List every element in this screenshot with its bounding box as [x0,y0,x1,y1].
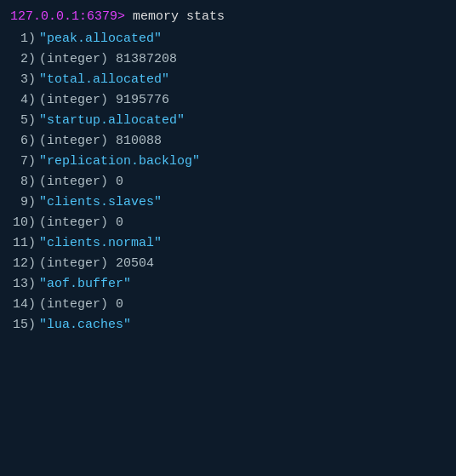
output-line: 11)"clients.normal" [10,233,446,254]
terminal-window: 127.0.0.1:6379> memory stats 1)"peak.all… [0,0,456,476]
prompt-host: 127.0.0.1:6379> [10,7,133,27]
line-string-value: "aof.buffer" [39,274,131,295]
output-line: 1)"peak.allocated" [10,29,446,49]
line-string-value: "startup.allocated" [39,111,185,131]
output-line: 3)"total.allocated" [10,70,446,90]
line-number: 3) [12,70,36,90]
line-number: 13) [12,274,36,295]
line-string-value: "clients.slaves" [39,192,162,213]
line-integer-value: (integer) 0 [39,172,123,192]
output-line: 5)"startup.allocated" [10,111,446,131]
line-integer-value: (integer) 20504 [39,254,154,274]
line-string-value: "clients.normal" [39,233,162,254]
output-line: 4)(integer) 9195776 [10,90,446,111]
output-line: 12)(integer) 20504 [10,254,446,274]
line-string-value: "lua.caches" [39,315,131,335]
line-number: 9) [12,192,36,213]
line-number: 4) [12,90,36,111]
line-integer-value: (integer) 9195776 [39,90,169,111]
prompt-line: 127.0.0.1:6379> memory stats [10,7,446,27]
prompt-command: memory stats [133,7,225,27]
output-line: 10)(integer) 0 [10,213,446,233]
line-integer-value: (integer) 0 [39,295,123,315]
line-number: 15) [12,315,36,335]
line-number: 8) [12,172,36,192]
line-integer-value: (integer) 810088 [39,131,162,152]
line-number: 12) [12,254,36,274]
output-line: 13)"aof.buffer" [10,274,446,295]
line-integer-value: (integer) 81387208 [39,49,177,70]
line-number: 2) [12,49,36,70]
line-number: 10) [12,213,36,233]
line-number: 1) [12,29,36,49]
output-line: 2)(integer) 81387208 [10,49,446,70]
line-string-value: "replication.backlog" [39,152,200,172]
output-line: 6)(integer) 810088 [10,131,446,152]
line-number: 5) [12,111,36,131]
line-number: 6) [12,131,36,152]
output-line: 9)"clients.slaves" [10,192,446,213]
output-line: 7)"replication.backlog" [10,152,446,172]
line-integer-value: (integer) 0 [39,213,123,233]
output-line: 14)(integer) 0 [10,295,446,315]
line-string-value: "peak.allocated" [39,29,162,49]
line-number: 7) [12,152,36,172]
line-number: 14) [12,295,36,315]
output-lines: 1)"peak.allocated"2)(integer) 813872083)… [10,29,446,335]
output-line: 15)"lua.caches" [10,315,446,335]
line-string-value: "total.allocated" [39,70,169,90]
output-line: 8)(integer) 0 [10,172,446,192]
line-number: 11) [12,233,36,254]
